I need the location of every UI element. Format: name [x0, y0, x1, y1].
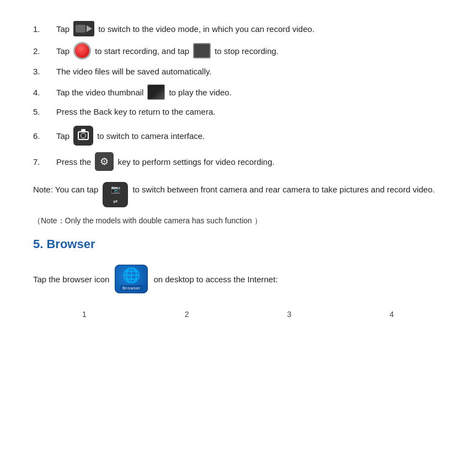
item-text-before-1: Tap	[56, 22, 69, 36]
item-content-7: Press the ⚙ key to perform settings for …	[56, 152, 275, 171]
video-mode-icon	[73, 21, 94, 36]
item-content-2: Tap to start recording, and tap to stop …	[56, 42, 279, 60]
list-item-5: 5. Press the Back key to return to the c…	[33, 104, 443, 119]
section-title: 5. Browser	[33, 237, 443, 251]
note-text-after: to switch between front camera and rear …	[132, 182, 435, 197]
item-number-6: 6.	[33, 131, 56, 141]
item-number-5: 5.	[33, 107, 56, 116]
page-num-2: 2	[185, 310, 189, 319]
record-icon	[73, 42, 91, 60]
camera-icon	[73, 126, 93, 146]
item-text-3: The video files will be saved automatica…	[56, 64, 212, 79]
item-text-after-7: key to perform settings for video record…	[117, 154, 274, 169]
item-number-2: 2.	[33, 46, 56, 56]
item-number-1: 1.	[33, 24, 56, 34]
list-item-2: 2. Tap to start recording, and tap to st…	[33, 42, 443, 60]
item-content-5: Press the Back key to return to the came…	[56, 104, 215, 119]
item-text-after-6: to switch to camera interface.	[97, 128, 205, 143]
list-item-7: 7. Press the ⚙ key to perform settings f…	[33, 152, 443, 171]
note-parenthetical: （Note：Only the models with double camera…	[33, 216, 443, 226]
browser-line: Tap the browser icon 🌐 Browser on deskto…	[33, 265, 443, 293]
item-text-before-2: Tap	[56, 44, 69, 58]
item-number-4: 4.	[33, 88, 56, 97]
item-number-3: 3.	[33, 67, 56, 76]
item-content-1: Tap to switch to the video mode, in whic…	[56, 21, 314, 36]
item-text-after-4: to play the video.	[169, 85, 231, 100]
flip-camera-icon: 📷 ⇄	[103, 182, 128, 207]
browser-text-before: Tap the browser icon	[33, 275, 109, 284]
item-text-before-6: Tap	[56, 128, 69, 143]
list-item-4: 4. Tap the video thumbnail to play the v…	[33, 84, 443, 100]
item-text-before-7: Press the	[56, 154, 91, 169]
gear-icon: ⚙	[95, 152, 114, 171]
list-item-3: 3. The video files will be saved automat…	[33, 64, 443, 79]
list-item-6: 6. Tap to switch to camera interface.	[33, 126, 443, 146]
page-num-1: 1	[82, 310, 87, 319]
page-num-4: 4	[389, 310, 394, 319]
page-footer: 1 2 3 4	[33, 310, 443, 319]
browser-icon: 🌐 Browser	[115, 265, 148, 293]
item-text-after-2: to stop recording.	[215, 44, 279, 58]
stop-icon	[193, 43, 211, 58]
item-content-6: Tap to switch to camera interface.	[56, 126, 205, 146]
item-text-5: Press the Back key to return to the came…	[56, 104, 215, 119]
item-text-middle-2: to start recording, and tap	[95, 44, 189, 58]
note-main-block: Note: You can tap 📷 ⇄ to switch between …	[33, 182, 443, 207]
item-number-7: 7.	[33, 157, 56, 167]
browser-text-after: on desktop to access the Internet:	[153, 275, 277, 284]
list-item-1: 1. Tap to switch to the video mode, in w…	[33, 21, 443, 36]
item-content-4: Tap the video thumbnail to play the vide…	[56, 84, 232, 100]
item-text-after-1: to switch to the video mode, in which yo…	[98, 22, 314, 36]
thumbnail-icon	[147, 84, 165, 100]
item-text-before-4: Tap the video thumbnail	[56, 85, 143, 100]
item-content-3: The video files will be saved automatica…	[56, 64, 212, 79]
page-num-3: 3	[287, 310, 291, 319]
note-text-before: Note: You can tap	[33, 182, 98, 197]
